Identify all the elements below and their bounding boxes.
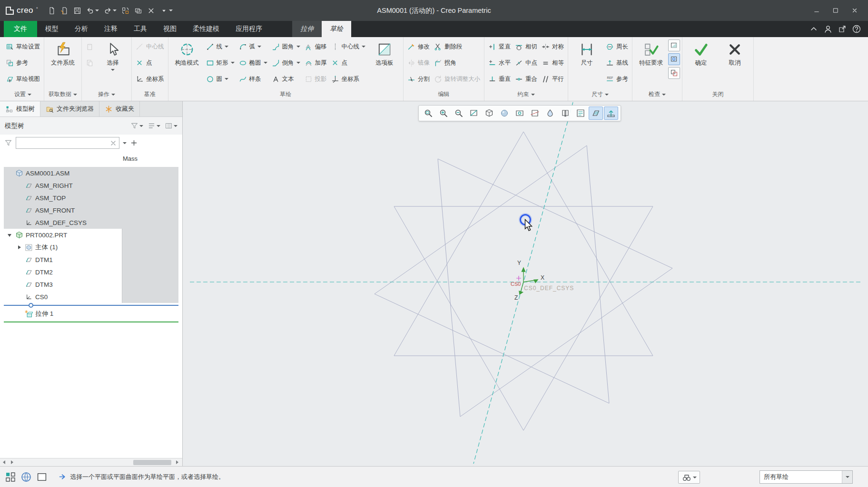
mirror-button[interactable]: 镜像 xyxy=(405,55,432,71)
customize-quick-access-button[interactable] xyxy=(158,4,175,17)
ribbon-group-label[interactable]: 约束 xyxy=(486,88,566,101)
tab-9[interactable]: 拉伸 xyxy=(292,21,322,37)
expander-icon[interactable] xyxy=(7,232,13,238)
point2-button[interactable]: 点 xyxy=(329,55,368,71)
perpendicular-button[interactable]: 垂直 xyxy=(486,71,513,87)
list-settings-button[interactable] xyxy=(148,122,160,130)
scroll-right-end-button[interactable] xyxy=(173,458,181,466)
ribbon-group-label[interactable]: 设置 xyxy=(4,88,42,101)
clipboard-button[interactable] xyxy=(84,55,96,71)
save-button[interactable] xyxy=(71,4,83,17)
navigator-tab-favorites[interactable]: 收藏夹 xyxy=(99,101,140,117)
tree-item[interactable]: DTM3 xyxy=(4,278,178,291)
user-button[interactable] xyxy=(823,24,833,34)
tab-3[interactable]: 分析 xyxy=(67,21,96,37)
sketch-canvas[interactable] xyxy=(183,101,868,466)
sketch-display-button[interactable] xyxy=(589,107,603,120)
line-button[interactable]: 线 xyxy=(204,39,237,55)
tangent-button[interactable]: 相切 xyxy=(513,39,539,55)
navigator-tab-model-tree[interactable]: 模型树 xyxy=(0,101,40,117)
ellipse-button[interactable]: 椭圆 xyxy=(237,55,269,71)
tree-item[interactable]: PRT0002.PRT xyxy=(4,229,178,241)
inspect-highlight-toggle-button[interactable] xyxy=(668,53,680,65)
maximize-button[interactable] xyxy=(826,3,845,18)
expander-icon[interactable] xyxy=(16,244,22,251)
dropdown-caret-icon[interactable] xyxy=(362,46,365,48)
find-button[interactable] xyxy=(678,471,700,484)
web-browser-icon[interactable] xyxy=(20,471,32,483)
inspect-overlap-toggle-button[interactable] xyxy=(668,67,680,79)
navigator-toggle-icon[interactable] xyxy=(5,471,16,483)
tab-4[interactable]: 注释 xyxy=(96,21,126,37)
spline-button[interactable]: 样条 xyxy=(237,71,269,87)
delete-segment-button[interactable]: 删除段 xyxy=(432,39,482,55)
paste-button[interactable] xyxy=(84,39,96,55)
references-button[interactable]: 参考 xyxy=(4,55,42,71)
select-button[interactable]: 选择 xyxy=(96,39,129,71)
baseline-button[interactable]: 基线 xyxy=(604,55,630,71)
tree-item[interactable]: CS0 xyxy=(4,291,178,303)
redraw-button[interactable] xyxy=(467,107,481,120)
search-options-caret-icon[interactable] xyxy=(123,142,127,144)
sketch-view-button[interactable]: 草绘视图 xyxy=(4,71,42,87)
collapse-ribbon-button[interactable] xyxy=(809,24,819,34)
tree-item[interactable]: 拉伸 1 xyxy=(4,308,178,320)
point-button[interactable]: 点 xyxy=(134,55,166,71)
navigator-tab-folder-browser[interactable]: 文件夹浏览器 xyxy=(40,101,99,117)
graphics-area[interactable]: Y X Z CS0 CS0_DEF_CSYS xyxy=(183,101,868,466)
tab-8[interactable]: 应用程序 xyxy=(227,21,270,37)
symmetric-button[interactable]: 对称 xyxy=(540,39,566,55)
arc-button[interactable]: 弧 xyxy=(237,39,269,55)
section-button[interactable] xyxy=(528,107,542,120)
circle-button[interactable]: 圆 xyxy=(204,71,237,87)
zoom-out-button[interactable] xyxy=(452,107,466,120)
corner-button[interactable]: 拐角 xyxy=(432,55,482,71)
add-filter-icon[interactable] xyxy=(130,139,138,147)
tree-item[interactable]: ASM_TOP xyxy=(4,192,178,204)
vertical-button[interactable]: 竖直 xyxy=(486,39,513,55)
ribbon-group-label[interactable]: 获取数据 xyxy=(46,88,79,101)
tab-10[interactable]: 草绘 xyxy=(322,21,351,37)
csys-button[interactable]: 坐标系 xyxy=(134,71,166,87)
horizontal-button[interactable]: 水平 xyxy=(486,55,513,71)
scrollbar-thumb[interactable] xyxy=(133,460,171,465)
feature-req-button[interactable]: 特征要求 xyxy=(634,39,668,67)
tab-7[interactable]: 柔性建模 xyxy=(185,21,227,37)
tree-item[interactable]: ASM0001.ASM xyxy=(4,167,178,179)
chamfer-button[interactable]: 倒角 xyxy=(270,55,302,71)
columns-display-button[interactable] xyxy=(165,122,178,130)
fillet-button[interactable]: 圆角 xyxy=(270,39,302,55)
text-button[interactable]: 文本 xyxy=(270,71,302,87)
tree-item[interactable]: DTM2 xyxy=(4,266,178,278)
filter-settings-button[interactable] xyxy=(130,122,143,130)
construction-mode-button[interactable]: 构造模式 xyxy=(170,39,204,67)
dropdown-caret-icon[interactable] xyxy=(296,62,300,64)
dropdown-caret-icon[interactable] xyxy=(264,62,267,64)
ribbon-group-label[interactable]: 操作 xyxy=(84,88,129,101)
tab-6[interactable]: 视图 xyxy=(155,21,185,37)
sketch-setup-button[interactable]: 草绘设置 xyxy=(4,39,42,55)
rotate-resize-button[interactable]: 旋转调整大小 xyxy=(432,71,482,87)
dropdown-caret-icon[interactable] xyxy=(225,78,228,80)
centerline2-button[interactable]: 中心线 xyxy=(329,39,368,55)
regenerate-button[interactable] xyxy=(119,4,131,17)
tree-item[interactable]: DTM1 xyxy=(4,253,178,266)
sketch-filter-select[interactable]: 所有草绘 xyxy=(760,470,853,484)
inspect-shade-toggle-button[interactable] xyxy=(668,39,680,51)
tree-horizontal-scrollbar[interactable] xyxy=(0,458,182,466)
midpoint-button[interactable]: 中点 xyxy=(513,55,539,71)
help-button[interactable] xyxy=(852,24,861,34)
view-manager-button[interactable] xyxy=(573,107,588,120)
close-model-button[interactable] xyxy=(145,4,157,17)
scroll-right-button[interactable] xyxy=(8,458,16,466)
tree-item[interactable]: 主体 (1) xyxy=(4,241,178,253)
undo-button[interactable] xyxy=(84,4,101,17)
equal-button[interactable]: 相等 xyxy=(540,55,566,71)
offset-button[interactable]: 偏移 xyxy=(303,39,329,55)
dropdown-caret-icon[interactable] xyxy=(225,46,228,48)
windows-button[interactable] xyxy=(132,4,144,17)
panel-toggle-icon[interactable] xyxy=(36,471,48,483)
dropdown-caret-icon[interactable] xyxy=(296,46,300,48)
display-style-button[interactable] xyxy=(482,107,496,120)
rectangle-button[interactable]: 矩形 xyxy=(204,55,237,71)
